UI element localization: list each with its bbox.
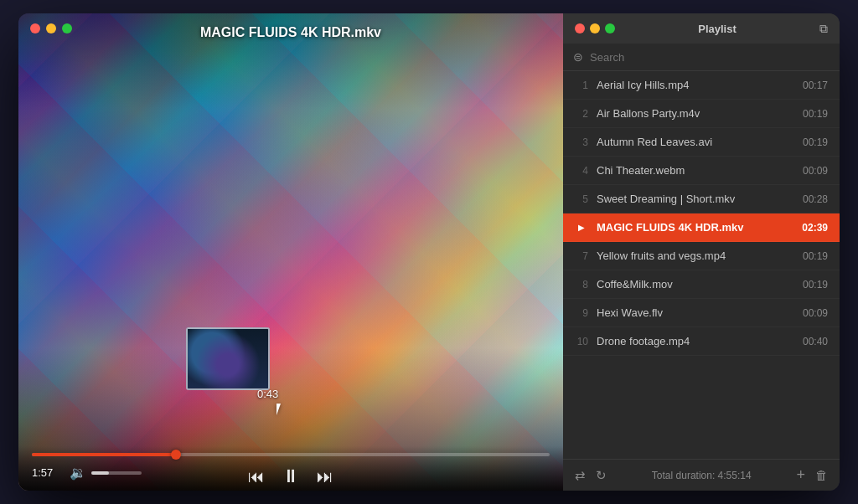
item-name: Chi Theater.webm bbox=[597, 164, 794, 177]
item-name: Drone footage.mp4 bbox=[597, 335, 794, 347]
item-number: 3 bbox=[575, 136, 588, 148]
time-tooltip: 0:43 bbox=[257, 388, 278, 400]
video-title: MAGIC FLUIDS 4K HDR.mkv bbox=[200, 25, 381, 40]
previous-button[interactable]: ⏮ bbox=[248, 468, 265, 485]
playlist-item[interactable]: 2 Air Ballons Party.m4v 00:19 bbox=[563, 100, 840, 128]
item-name: Hexi Wave.flv bbox=[597, 306, 794, 319]
playlist-panel: Playlist ⧉ ⊜ 1 Aerial Icy Hills.mp4 00:1… bbox=[563, 13, 840, 491]
playback-controls: ⏮ ⏸ ⏭ bbox=[248, 467, 333, 486]
thumbnail-image bbox=[188, 329, 268, 388]
item-name: Autumn Red Leaves.avi bbox=[597, 136, 794, 148]
playlist-item[interactable]: 5 Sweet Dreaming | Short.mkv 00:28 bbox=[563, 185, 840, 213]
item-name: Sweet Dreaming | Short.mkv bbox=[597, 193, 794, 205]
total-duration: Total duration: 4:55:14 bbox=[617, 470, 786, 481]
item-number: 8 bbox=[575, 279, 588, 291]
item-name: Yellow fruits and vegs.mp4 bbox=[597, 249, 794, 262]
playlist-items: 1 Aerial Icy Hills.mp4 00:17 2 Air Ballo… bbox=[563, 71, 840, 459]
playlist-maximize-button[interactable] bbox=[605, 23, 615, 33]
search-input[interactable] bbox=[590, 51, 830, 64]
pause-button[interactable]: ⏸ bbox=[282, 467, 300, 486]
item-number: 1 bbox=[575, 80, 588, 91]
item-name: Aerial Icy Hills.mp4 bbox=[597, 79, 794, 91]
item-name: MAGIC FLUIDS 4K HDR.mkv bbox=[597, 221, 793, 234]
traffic-lights bbox=[30, 23, 72, 33]
volume-slider[interactable] bbox=[91, 471, 142, 475]
playlist-item[interactable]: ▶ MAGIC FLUIDS 4K HDR.mkv 02:39 bbox=[563, 213, 840, 242]
item-duration: 00:40 bbox=[803, 336, 828, 347]
item-number: 2 bbox=[575, 108, 588, 120]
minimize-button[interactable] bbox=[46, 23, 56, 33]
controls-area: 1:57 🔉 ⏮ ⏸ ⏭ bbox=[18, 446, 563, 491]
item-name: Coffe&Milk.mov bbox=[597, 278, 794, 291]
search-icon: ⊜ bbox=[573, 50, 583, 64]
item-duration: 00:19 bbox=[803, 250, 828, 262]
volume-area: 🔉 bbox=[70, 465, 142, 481]
item-number: 7 bbox=[575, 250, 588, 262]
playlist-item[interactable]: 4 Chi Theater.webm 00:09 bbox=[563, 157, 840, 185]
playlist-item[interactable]: 8 Coffe&Milk.mov 00:19 bbox=[563, 270, 840, 299]
playlist-mini-player-icon[interactable]: ⧉ bbox=[819, 22, 828, 36]
close-button[interactable] bbox=[30, 23, 40, 33]
next-button[interactable]: ⏭ bbox=[317, 468, 333, 485]
volume-button[interactable]: 🔉 bbox=[70, 465, 86, 481]
repeat-icon[interactable]: ↻ bbox=[596, 468, 607, 483]
playlist-item[interactable]: 10 Drone footage.mp4 00:40 bbox=[563, 327, 840, 356]
item-number: 10 bbox=[575, 336, 588, 347]
progress-bar[interactable] bbox=[32, 453, 550, 456]
item-duration: 00:09 bbox=[803, 307, 828, 319]
thumbnail-preview bbox=[186, 327, 270, 390]
volume-fill bbox=[91, 471, 109, 475]
playlist-traffic-lights bbox=[575, 23, 615, 33]
item-duration: 02:39 bbox=[802, 222, 828, 234]
playlist-item[interactable]: 3 Autumn Red Leaves.avi 00:19 bbox=[563, 128, 840, 157]
playlist-minimize-button[interactable] bbox=[590, 23, 600, 33]
playlist-close-button[interactable] bbox=[575, 23, 585, 33]
item-duration: 00:19 bbox=[803, 136, 828, 148]
playlist-header: Playlist ⧉ bbox=[563, 13, 840, 44]
playlist-item[interactable]: 1 Aerial Icy Hills.mp4 00:17 bbox=[563, 71, 840, 100]
app-window: MAGIC FLUIDS 4K HDR.mkv 0:43 1:57 🔉 bbox=[18, 13, 840, 491]
item-number: 9 bbox=[575, 307, 588, 319]
playlist-item[interactable]: 7 Yellow fruits and vegs.mp4 00:19 bbox=[563, 242, 840, 270]
item-duration: 00:17 bbox=[803, 80, 828, 91]
item-name: Air Ballons Party.m4v bbox=[597, 107, 794, 120]
progress-fill bbox=[32, 453, 177, 456]
player-side: MAGIC FLUIDS 4K HDR.mkv 0:43 1:57 🔉 bbox=[18, 13, 563, 491]
add-icon[interactable]: + bbox=[796, 466, 805, 484]
item-duration: 00:19 bbox=[803, 279, 828, 291]
search-bar: ⊜ bbox=[563, 44, 840, 71]
cursor bbox=[277, 404, 290, 420]
playlist-item[interactable]: 9 Hexi Wave.flv 00:09 bbox=[563, 299, 840, 327]
item-duration: 00:09 bbox=[803, 165, 828, 177]
item-number: 5 bbox=[575, 193, 588, 205]
trash-icon[interactable]: 🗑 bbox=[815, 468, 828, 482]
play-indicator: ▶ bbox=[575, 223, 588, 232]
time-display: 1:57 bbox=[32, 466, 61, 479]
item-duration: 00:28 bbox=[803, 193, 828, 205]
maximize-button[interactable] bbox=[62, 23, 72, 33]
gradient-overlay bbox=[18, 13, 563, 491]
shuffle-icon[interactable]: ⇄ bbox=[575, 468, 586, 483]
item-duration: 00:19 bbox=[803, 108, 828, 120]
playlist-footer: ⇄ ↻ Total duration: 4:55:14 + 🗑 bbox=[563, 459, 840, 491]
playlist-title: Playlist bbox=[615, 23, 819, 35]
item-number: 4 bbox=[575, 165, 588, 177]
